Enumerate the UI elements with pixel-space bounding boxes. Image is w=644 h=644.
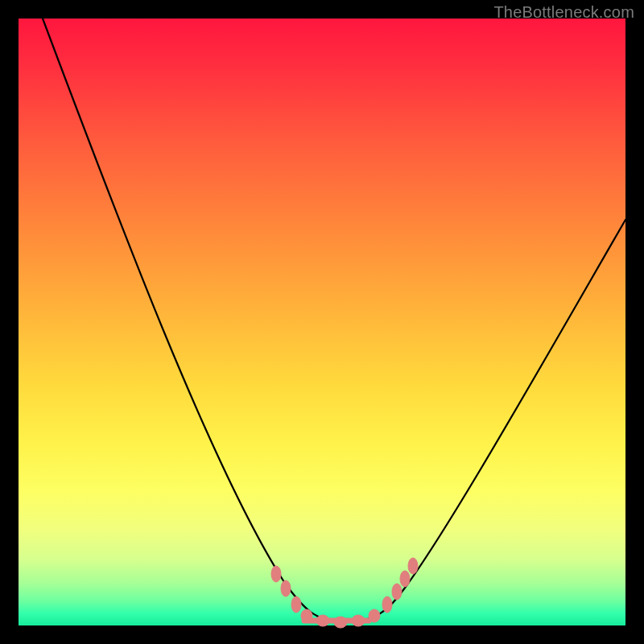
marker-dot (392, 584, 402, 600)
marker-dot (281, 580, 291, 597)
marker-dot (291, 597, 301, 613)
bottleneck-curve-svg (19, 19, 625, 625)
marker-dot (352, 615, 365, 626)
marker-dot (369, 609, 380, 622)
marker-dot (301, 609, 312, 622)
chart-frame: TheBottleneck.com (0, 0, 644, 644)
chart-plot-area (19, 19, 625, 625)
marker-dot (334, 617, 347, 628)
marker-dot (316, 615, 329, 626)
marker-dot (408, 558, 418, 574)
marker-dot (382, 597, 392, 613)
bottleneck-curve (43, 19, 625, 622)
watermark-text: TheBottleneck.com (493, 3, 634, 22)
marker-dot (271, 566, 281, 582)
marker-dot (400, 571, 410, 587)
